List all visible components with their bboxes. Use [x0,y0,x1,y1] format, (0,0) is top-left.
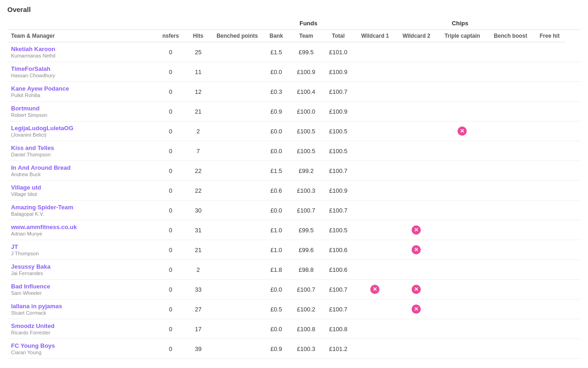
cell-benched [212,260,262,280]
manager-name: Jai Fernandes [11,270,153,276]
cell-free-hit [533,260,565,280]
wildcard1-chip-icon: ✕ [370,285,379,294]
manager-name: Kumarmanas Nethil [11,53,153,58]
cell-total: £100.7 [322,161,354,181]
cell-transfers: 0 [157,141,184,161]
cell-bank: £0.3 [262,82,290,102]
cell-team-manager: Amazing Spider-Team Balagopal K.V. [7,201,157,220]
cell-hits: 22 [184,161,212,181]
team-name[interactable]: JT [11,243,153,250]
cell-total: £100.9 [322,102,354,121]
team-name[interactable]: Amazing Spider-Team [11,204,153,211]
col-team-val: Team [290,30,322,42]
cell-hits: 31 [184,220,212,240]
team-name[interactable]: TimeForSalah [11,65,153,72]
cell-total: £100.7 [322,280,354,299]
cell-wildcard1: ✕ [354,280,396,299]
team-name[interactable]: lallana in pyjamas [11,303,153,310]
cell-hits: 22 [184,181,212,201]
team-name[interactable]: Village utd [11,184,153,191]
team-name[interactable]: Bortmund [11,105,153,112]
team-name[interactable]: Bad Influence [11,283,153,290]
team-name[interactable]: Kane Ayew Podance [11,85,153,92]
cell-total: £100.5 [322,220,354,240]
wildcard2-chip-icon: ✕ [412,225,421,235]
cell-triple-captain [437,201,487,220]
cell-triple-captain [437,62,487,82]
cell-transfers: 0 [157,220,184,240]
cell-wildcard2: ✕ [396,280,437,299]
cell-team-manager: LegijaLudogLuletaOG (Jovanini Belici) [7,121,157,141]
cell-bench-boost [487,220,533,240]
cell-total: £100.7 [322,82,354,102]
cell-wildcard1 [354,220,396,240]
cell-total: £101.0 [322,42,354,62]
cell-transfers: 0 [157,319,184,339]
team-name[interactable]: Nketiah Karoon [11,46,153,52]
col-tc: Triple captain [437,30,487,42]
team-name[interactable]: FC Young Boys [11,342,153,349]
cell-free-hit [533,121,565,141]
team-name[interactable]: Smoodz United [11,322,153,329]
table-row: In And Around Bread Andrew Buck 022£1.5£… [7,161,581,181]
cell-triple-captain [437,82,487,102]
column-header-row: Team & Manager nsfers Hits Benched point… [7,30,581,42]
section-title: Overall [7,6,581,13]
cell-hits: 21 [184,240,212,260]
team-name[interactable]: In And Around Bread [11,164,153,171]
cell-total: £101.2 [322,339,354,359]
cell-wildcard2: ✕ [396,240,437,260]
cell-team-manager: www.ammfitness.co.uk Adnan Munye [7,220,157,240]
cell-bank: £0.0 [262,280,290,299]
team-name[interactable]: www.ammfitness.co.uk [11,224,153,230]
col-fh: Free hit [533,30,565,42]
team-name[interactable]: LegijaLudogLuletaOG [11,125,153,132]
cell-hits: 39 [184,339,212,359]
cell-free-hit [533,240,565,260]
wildcard2-chip-icon: ✕ [412,305,421,314]
cell-free-hit [533,220,565,240]
cell-benched [212,82,262,102]
cell-hits: 27 [184,299,212,319]
col-header-transfers [157,17,184,30]
cell-bank: £0.9 [262,102,290,121]
cell-bank: £0.0 [262,201,290,220]
col-hits: Hits [184,30,212,42]
cell-benched [212,181,262,201]
col-header-hits [184,17,212,30]
team-name[interactable]: Kiss and Telles [11,144,153,151]
cell-team-value: £100.2 [290,299,322,319]
cell-triple-captain [437,42,487,62]
cell-bench-boost [487,240,533,260]
cell-benched [212,339,262,359]
cell-transfers: 0 [157,201,184,220]
cell-benched [212,319,262,339]
col-header-fh [565,17,581,30]
cell-team-manager: In And Around Bread Andrew Buck [7,161,157,181]
cell-triple-captain: ✕ [437,121,487,141]
manager-name: Sam Wheeler [11,290,153,296]
cell-total: £100.8 [322,319,354,339]
table-row: FC Young Boys Ciaran Young 039£0.9£100.3… [7,339,581,359]
cell-team-manager: FC Young Boys Ciaran Young [7,339,157,359]
cell-team-value: £99.5 [290,220,322,240]
cell-bench-boost [487,62,533,82]
col-transfers: nsfers [157,30,184,42]
cell-wildcard1 [354,299,396,319]
cell-triple-captain [437,260,487,280]
cell-wildcard2 [396,42,437,62]
cell-triple-captain [437,181,487,201]
cell-free-hit [533,201,565,220]
group-header-row: Funds Chips [7,17,581,30]
manager-name: Balagopal K.V. [11,211,153,217]
col-bank: Bank [262,30,290,42]
cell-bank: £0.0 [262,319,290,339]
table-row: www.ammfitness.co.uk Adnan Munye 031£1.0… [7,220,581,240]
cell-bank: £0.0 [262,141,290,161]
cell-team-value: £98.8 [290,260,322,280]
team-name[interactable]: Jesussy Baka [11,263,153,270]
cell-hits: 2 [184,121,212,141]
col-header-benched [212,17,262,30]
cell-benched [212,299,262,319]
table-row: Smoodz United Ricardo Forrester 017£0.0£… [7,319,581,339]
